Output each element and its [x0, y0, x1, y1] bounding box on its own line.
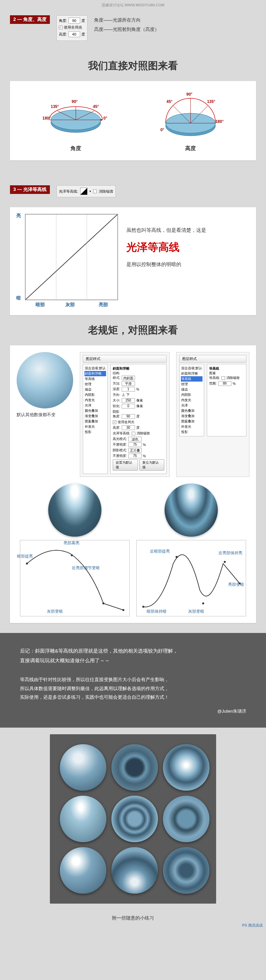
list-item[interactable]: 混合选项:默认: [85, 366, 106, 371]
bottom-logo: PS 酒戊戌戌: [242, 923, 263, 928]
list-item[interactable]: 图案叠加: [181, 419, 202, 424]
unit: 度: [136, 414, 139, 419]
lbl: 角度:: [113, 414, 120, 419]
lbl: 消除锯齿: [226, 375, 240, 380]
dialog-contour: 图层样式 混合选项:默认 斜面和浮雕 等高线 纹理 描边 内阴影 内发光 光泽 …: [176, 352, 249, 477]
list-item[interactable]: 等高线: [181, 376, 202, 382]
list-item[interactable]: 内阴影: [181, 392, 202, 398]
panel-header: 等高线: [209, 366, 244, 371]
opacity-input2[interactable]: 75: [128, 453, 142, 458]
opacity-input[interactable]: 75: [128, 442, 142, 447]
dir-up[interactable]: 上: [122, 393, 125, 397]
sphere-variant-a: [48, 484, 101, 537]
list-item[interactable]: 颜色叠加: [85, 408, 106, 414]
list-item[interactable]: 描边: [181, 387, 202, 392]
dialog-main-2: 等高线 图素 等高线:消除锯齿 范围:88%: [207, 364, 247, 436]
r3: 亮部变暗: [228, 582, 244, 587]
h135: 135°: [207, 99, 215, 104]
list-item[interactable]: 渐变叠加: [181, 414, 202, 419]
practice-sphere: [163, 744, 210, 791]
svg-line-14: [26, 215, 117, 299]
list-item[interactable]: 投影: [181, 430, 202, 435]
global-cb[interactable]: [113, 420, 116, 424]
list-item[interactable]: 纹理: [85, 382, 106, 387]
dir-down[interactable]: 下: [127, 393, 130, 397]
aa-cb[interactable]: [132, 432, 135, 435]
angle-input[interactable]: 90: [122, 414, 135, 419]
list-item[interactable]: 投影: [85, 430, 106, 435]
practice-sphere: [60, 847, 106, 894]
list-item[interactable]: 斜面和浮雕: [85, 371, 106, 376]
aa-cb2[interactable]: [221, 376, 225, 380]
list-item[interactable]: 颜色叠加: [181, 408, 202, 414]
list-item[interactable]: 内发光: [85, 398, 106, 403]
list-item[interactable]: 渐变叠加: [85, 414, 106, 419]
compare-panel: 默认其他数值都不变 图层样式 混合选项:默认 斜面和浮雕 等高线 纹理 描边 内…: [10, 345, 256, 623]
hilite-select[interactable]: 滤色: [128, 437, 142, 441]
list-item[interactable]: 外发光: [85, 424, 106, 430]
contour-dropdown-icon[interactable]: ▾: [90, 189, 91, 193]
curve-text2: 是用以控制整体的明暗的: [127, 261, 249, 268]
footer-signature: @Julien朱璘汧: [20, 708, 246, 714]
method-select[interactable]: 平滑: [122, 381, 135, 386]
angle-label-text: 角度: [43, 145, 109, 152]
size-input[interactable]: 250: [122, 398, 135, 403]
shadow-select[interactable]: 正片叠底: [128, 448, 142, 453]
final-panel: [50, 734, 216, 904]
style-list-2[interactable]: 混合选项:默认 斜面和浮雕 等高线 纹理 描边 内阴影 内发光 光泽 颜色叠加 …: [179, 364, 204, 436]
section2-desc: 角度——光源所在方向 高度——光照射到角度（高度）: [94, 15, 159, 34]
btn-default[interactable]: 设置为默认值: [113, 459, 138, 471]
curve-line-svg: [26, 215, 117, 299]
contour-label: 光泽等高线:: [59, 189, 78, 194]
footer-p2b: 所以具体数值需要随时调整到最佳，此远离用以理解各选项的作用方式，: [20, 686, 169, 691]
panel-header: 斜面和浮雕: [113, 366, 164, 371]
range-input[interactable]: 88: [218, 381, 231, 386]
global-light-checkbox[interactable]: [59, 25, 62, 29]
y-dark: 暗: [16, 295, 21, 301]
list-item[interactable]: 混合选项:默认: [181, 366, 202, 371]
section-2: 2 — 角度、高度 角度: 90 度 使用全局光 高度: 40 度 角度——光源…: [0, 10, 266, 51]
footer-p2a: 等高线由于针对性比较强，所以往往直接变换图片大小后会有产生影响，: [20, 677, 169, 682]
angle-ui: 角度: 90 度 使用全局光 高度: 40 度: [56, 15, 87, 41]
a45: 45°: [93, 104, 99, 109]
lbl: 使用全局光: [118, 420, 134, 425]
style-select[interactable]: 内斜面: [122, 375, 135, 380]
list-item[interactable]: 内发光: [181, 398, 202, 403]
list-item[interactable]: 等高线: [85, 376, 106, 382]
antialias-checkbox[interactable]: [93, 189, 97, 193]
svg-point-24: [224, 561, 226, 563]
r2: 近暗部提亮: [150, 549, 170, 554]
list-item[interactable]: 内阴影: [85, 392, 106, 398]
sphere-default: [17, 352, 73, 409]
list-item[interactable]: 纹理: [181, 382, 202, 387]
lbl: 范围:: [209, 381, 217, 386]
global-light-label: 使用全局光: [64, 25, 82, 30]
dialog-main-1: 斜面和浮雕 结构 样式:内斜面 方法:平滑 深度:1% 方向:上 下 大小:25…: [111, 364, 167, 474]
lbl: 软化:: [113, 404, 120, 409]
lbl: 深度:: [113, 387, 120, 391]
list-item[interactable]: 斜面和浮雕: [181, 371, 202, 376]
list-item[interactable]: 光泽: [181, 403, 202, 408]
list-item[interactable]: 图案叠加: [85, 419, 106, 424]
l1: 亮部高亮: [64, 540, 80, 546]
list-item[interactable]: 光泽: [85, 403, 106, 408]
practice-sphere: [163, 796, 210, 842]
altitude-diagram: 0° 45° 90° 135° 180° 高度: [157, 89, 224, 152]
unit: %: [136, 388, 139, 391]
altitude-unit: 度: [82, 32, 85, 37]
list-item[interactable]: 描边: [85, 387, 106, 392]
btn-reset[interactable]: 复位为默认值: [139, 459, 165, 471]
lbl: 样式:: [113, 375, 120, 380]
contour-swatch[interactable]: [80, 188, 87, 195]
desc1: 角度——光源所在方向: [94, 15, 159, 25]
style-list-1[interactable]: 混合选项:默认 斜面和浮雕 等高线 纹理 描边 内阴影 内发光 光泽 颜色叠加 …: [83, 364, 108, 474]
alt-input[interactable]: 30: [122, 425, 135, 430]
footer-p1b: 直接调着玩玩就大概知道做什么用了～～: [20, 657, 110, 663]
x-gray: 灰部: [66, 302, 75, 308]
angle-input[interactable]: 90: [69, 18, 80, 24]
soften-input[interactable]: 0: [122, 404, 135, 409]
altitude-input[interactable]: 40: [69, 31, 80, 37]
footer-p1a: 后记：斜面浮雕&等高线的原理就是这些，其他的相关选项较为好理解，: [20, 648, 178, 654]
depth-input[interactable]: 1: [122, 387, 135, 391]
list-item[interactable]: 外发光: [181, 424, 202, 430]
